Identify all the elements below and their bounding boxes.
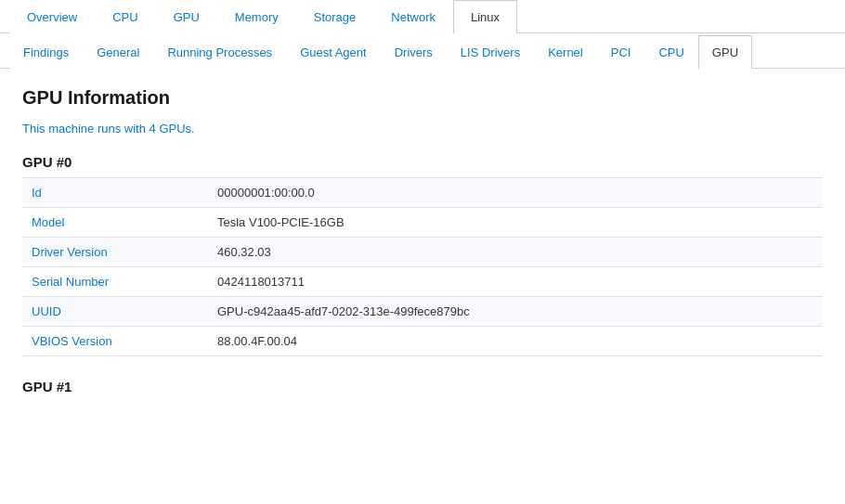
sub-nav-tab-drivers[interactable]: Drivers — [381, 35, 447, 69]
gpu-section-title-1: GPU #1 — [22, 379, 823, 394]
table-cell-label: VBIOS Version — [22, 327, 208, 356]
table-row: UUIDGPU-c942aa45-afd7-0202-313e-499fece8… — [22, 297, 823, 327]
sub-nav-tab-cpu[interactable]: CPU — [644, 35, 697, 69]
table-cell-value: 460.32.03 — [208, 238, 823, 267]
top-nav-tab-network[interactable]: Network — [373, 0, 453, 33]
top-navigation: OverviewCPUGPUMemoryStorageNetworkLinux — [0, 0, 845, 33]
sub-nav-tab-general[interactable]: General — [83, 35, 153, 69]
top-nav-tab-overview[interactable]: Overview — [9, 0, 95, 33]
table-row: Id00000001:00:00.0 — [22, 178, 823, 208]
sub-nav-tab-kernel[interactable]: Kernel — [534, 35, 597, 69]
top-nav-tab-linux[interactable]: Linux — [453, 0, 517, 33]
gpu-count-text: This machine runs with 4 GPUs. — [22, 122, 823, 136]
sub-nav-tab-findings[interactable]: Findings — [9, 35, 83, 69]
sub-nav-tab-lis-drivers[interactable]: LIS Drivers — [447, 35, 534, 69]
table-cell-value: 00000001:00:00.0 — [208, 178, 823, 208]
top-nav-tab-memory[interactable]: Memory — [217, 0, 296, 33]
top-nav-tab-gpu[interactable]: GPU — [156, 0, 217, 33]
sub-nav-tab-gpu[interactable]: GPU — [698, 35, 752, 69]
main-content: GPU Information This machine runs with 4… — [0, 69, 845, 420]
sub-nav-tab-guest-agent[interactable]: Guest Agent — [286, 35, 381, 69]
top-nav-tab-storage[interactable]: Storage — [296, 0, 374, 33]
table-row: ModelTesla V100-PCIE-16GB — [22, 208, 823, 238]
page-title: GPU Information — [22, 87, 823, 109]
gpu-section-title-0: GPU #0 — [22, 154, 823, 170]
table-cell-value: 88.00.4F.00.04 — [208, 327, 823, 356]
table-cell-label: Model — [22, 208, 208, 238]
table-cell-label: Id — [22, 178, 208, 208]
top-nav-tab-cpu[interactable]: CPU — [95, 0, 155, 33]
sub-navigation: FindingsGeneralRunning ProcessesGuest Ag… — [0, 35, 845, 69]
table-cell-label: Serial Number — [22, 267, 208, 297]
table-cell-value: Tesla V100-PCIE-16GB — [208, 208, 823, 238]
table-cell-label: Driver Version — [22, 238, 208, 267]
table-cell-value: 0424118013711 — [208, 267, 823, 297]
table-cell-value: GPU-c942aa45-afd7-0202-313e-499fece879bc — [208, 297, 823, 327]
table-row: VBIOS Version88.00.4F.00.04 — [22, 327, 823, 356]
table-cell-label: UUID — [22, 297, 208, 327]
table-row: Driver Version460.32.03 — [22, 238, 823, 267]
sub-nav-tab-pci[interactable]: PCI — [597, 35, 645, 69]
sub-nav-tab-running-processes[interactable]: Running Processes — [153, 35, 286, 69]
gpu-table-0: Id00000001:00:00.0ModelTesla V100-PCIE-1… — [22, 177, 823, 356]
table-row: Serial Number0424118013711 — [22, 267, 823, 297]
